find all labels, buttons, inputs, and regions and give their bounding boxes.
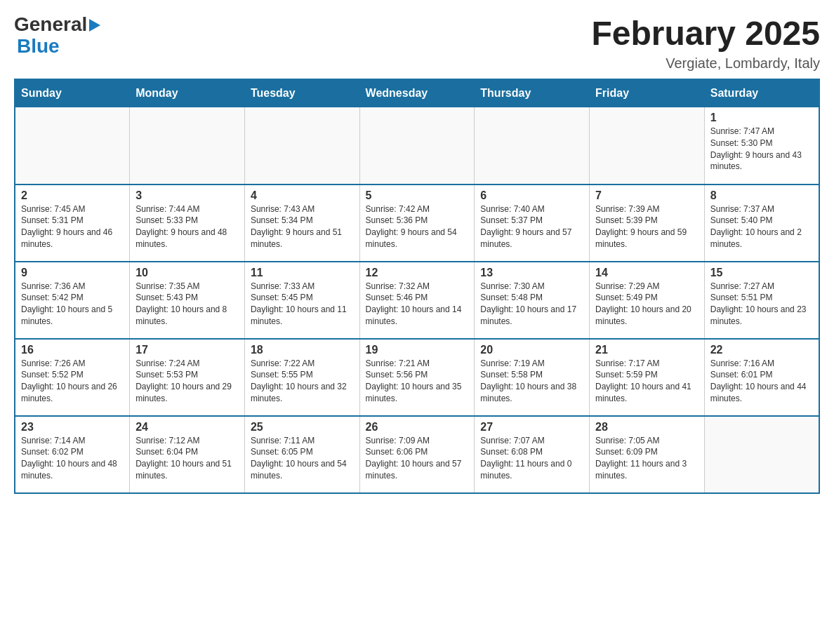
day-info: Sunrise: 7:26 AM Sunset: 5:52 PM Dayligh… (21, 358, 124, 405)
calendar-week-row: 1Sunrise: 7:47 AM Sunset: 5:30 PM Daylig… (15, 107, 819, 185)
day-number: 20 (480, 344, 583, 356)
calendar-header-row: SundayMondayTuesdayWednesdayThursdayFrid… (15, 79, 819, 107)
day-number: 17 (135, 344, 239, 356)
calendar-cell: 21Sunrise: 7:17 AM Sunset: 5:59 PM Dayli… (590, 339, 705, 416)
day-info: Sunrise: 7:42 AM Sunset: 5:36 PM Dayligh… (366, 203, 469, 250)
calendar-title: February 2025 (591, 14, 820, 53)
logo-arrow-icon (89, 19, 100, 32)
calendar-table: SundayMondayTuesdayWednesdayThursdayFrid… (14, 79, 820, 494)
day-info: Sunrise: 7:33 AM Sunset: 5:45 PM Dayligh… (251, 281, 354, 328)
day-number: 9 (21, 267, 124, 279)
day-info: Sunrise: 7:30 AM Sunset: 5:48 PM Dayligh… (480, 281, 583, 328)
day-header-tuesday: Tuesday (244, 79, 359, 107)
logo-general-text: General (14, 14, 87, 36)
day-number: 12 (366, 267, 469, 279)
calendar-cell: 26Sunrise: 7:09 AM Sunset: 6:06 PM Dayli… (359, 416, 475, 493)
day-number: 1 (710, 112, 813, 124)
day-info: Sunrise: 7:17 AM Sunset: 5:59 PM Dayligh… (595, 358, 699, 405)
day-header-monday: Monday (130, 79, 245, 107)
day-number: 13 (480, 267, 583, 279)
day-number: 24 (135, 421, 239, 434)
calendar-cell: 19Sunrise: 7:21 AM Sunset: 5:56 PM Dayli… (359, 339, 475, 416)
day-info: Sunrise: 7:19 AM Sunset: 5:58 PM Dayligh… (480, 358, 583, 405)
calendar-week-row: 16Sunrise: 7:26 AM Sunset: 5:52 PM Dayli… (15, 339, 819, 416)
calendar-cell: 25Sunrise: 7:11 AM Sunset: 6:05 PM Dayli… (244, 416, 359, 493)
day-info: Sunrise: 7:35 AM Sunset: 5:43 PM Dayligh… (135, 281, 239, 328)
calendar-cell: 20Sunrise: 7:19 AM Sunset: 5:58 PM Dayli… (475, 339, 590, 416)
day-info: Sunrise: 7:14 AM Sunset: 6:02 PM Dayligh… (21, 435, 124, 482)
calendar-cell: 14Sunrise: 7:29 AM Sunset: 5:49 PM Dayli… (590, 262, 705, 339)
day-info: Sunrise: 7:40 AM Sunset: 5:37 PM Dayligh… (480, 203, 583, 250)
day-number: 14 (595, 267, 699, 279)
day-info: Sunrise: 7:36 AM Sunset: 5:42 PM Dayligh… (21, 281, 124, 328)
logo-blue-text: Blue (17, 36, 100, 58)
day-number: 15 (710, 267, 813, 279)
title-section: February 2025 Vergiate, Lombardy, Italy (591, 14, 820, 72)
calendar-cell: 2Sunrise: 7:45 AM Sunset: 5:31 PM Daylig… (15, 185, 130, 262)
calendar-week-row: 23Sunrise: 7:14 AM Sunset: 6:02 PM Dayli… (15, 416, 819, 493)
logo: General Blue (14, 14, 100, 58)
day-header-thursday: Thursday (475, 79, 590, 107)
page-header: General Blue February 2025 Vergiate, Lom… (14, 14, 820, 72)
calendar-cell: 22Sunrise: 7:16 AM Sunset: 6:01 PM Dayli… (704, 339, 819, 416)
day-number: 28 (595, 421, 699, 434)
calendar-subtitle: Vergiate, Lombardy, Italy (591, 55, 820, 72)
calendar-cell: 5Sunrise: 7:42 AM Sunset: 5:36 PM Daylig… (359, 185, 475, 262)
calendar-cell: 4Sunrise: 7:43 AM Sunset: 5:34 PM Daylig… (244, 185, 359, 262)
day-info: Sunrise: 7:39 AM Sunset: 5:39 PM Dayligh… (595, 203, 699, 250)
calendar-cell: 8Sunrise: 7:37 AM Sunset: 5:40 PM Daylig… (704, 185, 819, 262)
day-header-wednesday: Wednesday (359, 79, 475, 107)
day-number: 5 (366, 189, 469, 202)
day-number: 7 (595, 189, 699, 202)
day-number: 6 (480, 189, 583, 202)
day-info: Sunrise: 7:37 AM Sunset: 5:40 PM Dayligh… (710, 203, 813, 250)
day-info: Sunrise: 7:12 AM Sunset: 6:04 PM Dayligh… (135, 435, 239, 482)
calendar-cell: 11Sunrise: 7:33 AM Sunset: 5:45 PM Dayli… (244, 262, 359, 339)
day-number: 25 (251, 421, 354, 434)
day-info: Sunrise: 7:11 AM Sunset: 6:05 PM Dayligh… (251, 435, 354, 482)
day-header-sunday: Sunday (15, 79, 130, 107)
calendar-cell: 7Sunrise: 7:39 AM Sunset: 5:39 PM Daylig… (590, 185, 705, 262)
day-number: 11 (251, 267, 354, 279)
day-info: Sunrise: 7:21 AM Sunset: 5:56 PM Dayligh… (366, 358, 469, 405)
day-info: Sunrise: 7:22 AM Sunset: 5:55 PM Dayligh… (251, 358, 354, 405)
day-number: 22 (710, 344, 813, 356)
calendar-cell (359, 107, 475, 185)
day-info: Sunrise: 7:09 AM Sunset: 6:06 PM Dayligh… (366, 435, 469, 482)
calendar-cell: 3Sunrise: 7:44 AM Sunset: 5:33 PM Daylig… (130, 185, 245, 262)
day-header-friday: Friday (590, 79, 705, 107)
calendar-cell: 17Sunrise: 7:24 AM Sunset: 5:53 PM Dayli… (130, 339, 245, 416)
calendar-cell (244, 107, 359, 185)
calendar-cell (590, 107, 705, 185)
calendar-cell: 6Sunrise: 7:40 AM Sunset: 5:37 PM Daylig… (475, 185, 590, 262)
calendar-cell: 16Sunrise: 7:26 AM Sunset: 5:52 PM Dayli… (15, 339, 130, 416)
calendar-cell: 18Sunrise: 7:22 AM Sunset: 5:55 PM Dayli… (244, 339, 359, 416)
day-number: 3 (135, 189, 239, 202)
calendar-cell: 13Sunrise: 7:30 AM Sunset: 5:48 PM Dayli… (475, 262, 590, 339)
day-info: Sunrise: 7:32 AM Sunset: 5:46 PM Dayligh… (366, 281, 469, 328)
day-number: 8 (710, 189, 813, 202)
day-info: Sunrise: 7:47 AM Sunset: 5:30 PM Dayligh… (710, 126, 813, 173)
calendar-cell (475, 107, 590, 185)
day-number: 18 (251, 344, 354, 356)
day-info: Sunrise: 7:27 AM Sunset: 5:51 PM Dayligh… (710, 281, 813, 328)
day-header-saturday: Saturday (704, 79, 819, 107)
calendar-cell (15, 107, 130, 185)
calendar-week-row: 2Sunrise: 7:45 AM Sunset: 5:31 PM Daylig… (15, 185, 819, 262)
calendar-cell: 28Sunrise: 7:05 AM Sunset: 6:09 PM Dayli… (590, 416, 705, 493)
calendar-cell: 24Sunrise: 7:12 AM Sunset: 6:04 PM Dayli… (130, 416, 245, 493)
day-info: Sunrise: 7:16 AM Sunset: 6:01 PM Dayligh… (710, 358, 813, 405)
day-info: Sunrise: 7:44 AM Sunset: 5:33 PM Dayligh… (135, 203, 239, 250)
calendar-cell: 1Sunrise: 7:47 AM Sunset: 5:30 PM Daylig… (704, 107, 819, 185)
calendar-cell: 23Sunrise: 7:14 AM Sunset: 6:02 PM Dayli… (15, 416, 130, 493)
day-info: Sunrise: 7:05 AM Sunset: 6:09 PM Dayligh… (595, 435, 699, 482)
day-number: 21 (595, 344, 699, 356)
day-number: 26 (366, 421, 469, 434)
day-number: 2 (21, 189, 124, 202)
day-info: Sunrise: 7:24 AM Sunset: 5:53 PM Dayligh… (135, 358, 239, 405)
day-number: 4 (251, 189, 354, 202)
calendar-cell: 12Sunrise: 7:32 AM Sunset: 5:46 PM Dayli… (359, 262, 475, 339)
calendar-cell: 27Sunrise: 7:07 AM Sunset: 6:08 PM Dayli… (475, 416, 590, 493)
day-number: 19 (366, 344, 469, 356)
day-number: 23 (21, 421, 124, 434)
